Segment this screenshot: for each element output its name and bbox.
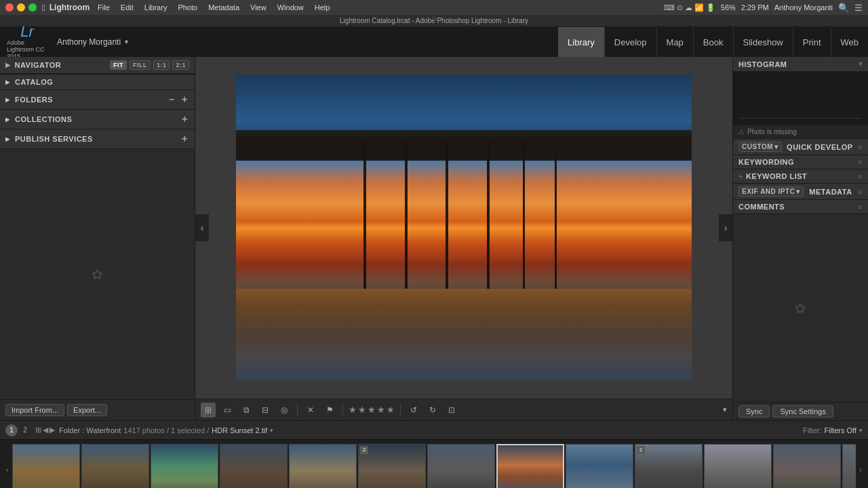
thumb-10[interactable]: 2 ↺ [635, 444, 703, 489]
thumb-1[interactable]: ⚑ ↺ [12, 444, 80, 489]
close-button[interactable] [5, 3, 14, 12]
app-name-menu[interactable]: Lightroom [50, 3, 90, 12]
thumb-12[interactable]: ↺ [773, 444, 841, 489]
search-icon-mac[interactable]: 🔍 [838, 3, 849, 13]
folders-minus-btn[interactable]: － [167, 94, 177, 106]
nav-library[interactable]: Library [558, 27, 604, 57]
filmstrip-left-arrow[interactable]: ‹ [3, 444, 12, 489]
page-1-btn[interactable]: 1 [5, 424, 18, 436]
metadata-menu[interactable]: Metadata [203, 3, 245, 12]
thumb-9[interactable] [566, 444, 633, 489]
photo-prev-arrow[interactable]: ‹ [195, 214, 209, 241]
thumb-4[interactable]: ↺ [220, 444, 288, 489]
comments-icon[interactable]: ≡ [858, 203, 863, 211]
thumb-13[interactable] [842, 444, 856, 489]
star-rating[interactable]: ★ ★ ★ ★ ★ [349, 405, 395, 415]
collections-section: ▶ Collections ＋ [0, 110, 195, 129]
apple-menu[interactable]:  [42, 3, 45, 13]
info-overlay-btn[interactable]: ⊡ [444, 403, 459, 418]
sync-settings-btn[interactable]: Sync Settings [772, 405, 833, 418]
quick-develop-icon[interactable]: ≡ [858, 143, 863, 151]
star-5[interactable]: ★ [387, 405, 395, 415]
keywording-icon[interactable]: ≡ [858, 158, 863, 166]
view-menu[interactable]: View [245, 3, 272, 12]
nav-book[interactable]: Book [693, 27, 733, 57]
user-dropdown-arrow[interactable]: ▼ [123, 39, 130, 45]
thumb-2[interactable]: ↺ [81, 444, 149, 489]
toolbar-more-btn[interactable]: ▾ [723, 405, 727, 414]
maximize-button[interactable] [28, 3, 37, 12]
nav-fit-btn[interactable]: FIT [110, 60, 127, 70]
thumb-5[interactable]: ↺ [289, 444, 357, 489]
quick-develop-header[interactable]: Custom ▾ Quick Develop ≡ [733, 139, 868, 155]
photo-next-arrow[interactable]: › [719, 214, 732, 241]
catalog-header[interactable]: ▶ Catalog [0, 75, 195, 89]
loupe-view-btn[interactable]: ▭ [220, 403, 235, 418]
sync-btn[interactable]: Sync [738, 405, 770, 418]
collections-plus-btn[interactable]: ＋ [180, 113, 190, 125]
photo-menu[interactable]: Photo [172, 3, 203, 12]
rotate-ccw-btn[interactable]: ↺ [406, 403, 421, 418]
window-menu[interactable]: Window [272, 3, 309, 12]
notification-icon[interactable]: ☰ [854, 3, 863, 13]
folders-header[interactable]: ▶ Folders － ＋ [0, 90, 195, 109]
nav-2to1-btn[interactable]: 2:1 [172, 60, 189, 70]
nav-web[interactable]: Web [831, 27, 869, 57]
reject-btn[interactable]: ✕ [303, 403, 318, 418]
filename-dropdown-arrow[interactable]: ▾ [270, 427, 273, 434]
folders-actions: － ＋ [167, 94, 189, 106]
file-menu[interactable]: File [92, 3, 115, 12]
filter-dropdown-arrow[interactable]: ▾ [859, 427, 863, 434]
thumb-7[interactable]: ↺ [427, 444, 495, 489]
export-button[interactable]: Export... [67, 404, 107, 416]
comments-header[interactable]: Comments ≡ [733, 200, 868, 214]
star-2[interactable]: ★ [358, 405, 366, 415]
help-menu[interactable]: Help [309, 3, 336, 12]
edit-menu[interactable]: Edit [115, 3, 139, 12]
nav-1to1-btn[interactable]: 1:1 [153, 60, 170, 70]
nav-fill-btn[interactable]: FILL [130, 60, 151, 70]
people-view-btn[interactable]: ◎ [277, 403, 292, 418]
thumb-8-selected[interactable] [496, 444, 564, 489]
filmstrip-right-arrow[interactable]: › [856, 444, 865, 489]
star-4[interactable]: ★ [377, 405, 385, 415]
nav-slideshow[interactable]: Slideshow [733, 27, 793, 57]
keyword-list-header[interactable]: + Keyword List ≡ [733, 169, 868, 183]
nav-print[interactable]: Print [793, 27, 831, 57]
filmstrip-grid-icon[interactable]: ⊞ [35, 426, 41, 434]
nav-develop[interactable]: Develop [604, 27, 656, 57]
keyword-list-icon[interactable]: ≡ [858, 172, 863, 180]
user-section[interactable]: Anthony Morganti ▼ [54, 37, 132, 47]
folders-plus-btn[interactable]: ＋ [180, 94, 190, 106]
thumb-6[interactable]: 2 ▣ ↺ [358, 444, 426, 489]
minimize-button[interactable] [17, 3, 25, 12]
pager-left-arrow[interactable]: ◀ [43, 426, 48, 434]
navigator-header[interactable]: ▶ Navigator FIT FILL 1:1 2:1 [0, 57, 195, 74]
rotate-cw-btn[interactable]: ↻ [425, 403, 440, 418]
keywording-header[interactable]: Keywording ≡ [733, 155, 868, 169]
star-1[interactable]: ★ [349, 405, 357, 415]
pager-right-arrow[interactable]: ▶ [50, 426, 55, 434]
star-3[interactable]: ★ [368, 405, 376, 415]
histogram-dropdown-icon[interactable]: ▾ [859, 60, 863, 68]
metadata-preset-dropdown[interactable]: EXIF and IPTC ▾ [738, 186, 804, 197]
publish-services-header[interactable]: ▶ Publish Services ＋ [0, 129, 195, 148]
window-controls[interactable] [5, 3, 37, 12]
grid-view-btn[interactable]: ⊞ [201, 403, 216, 418]
keyword-list-plus[interactable]: + [738, 172, 743, 180]
histogram-header[interactable]: Histogram ▾ [733, 57, 868, 71]
metadata-icon[interactable]: ≡ [858, 188, 863, 196]
collections-header[interactable]: ▶ Collections ＋ [0, 110, 195, 129]
library-menu[interactable]: Library [139, 3, 173, 12]
import-button[interactable]: Import From... [5, 404, 64, 416]
compare-view-btn[interactable]: ⧉ [239, 403, 254, 418]
thumb-3[interactable] [151, 444, 218, 489]
survey-view-btn[interactable]: ⊟ [258, 403, 273, 418]
page-2-btn[interactable]: 2 [19, 424, 31, 436]
flag-btn[interactable]: ⚑ [322, 403, 337, 418]
thumb-11[interactable]: ↺ [704, 444, 772, 489]
metadata-header[interactable]: EXIF and IPTC ▾ Metadata ≡ [733, 184, 868, 199]
nav-map[interactable]: Map [656, 27, 693, 57]
publish-plus-btn[interactable]: ＋ [180, 133, 190, 145]
preset-dropdown[interactable]: Custom ▾ [738, 142, 782, 152]
